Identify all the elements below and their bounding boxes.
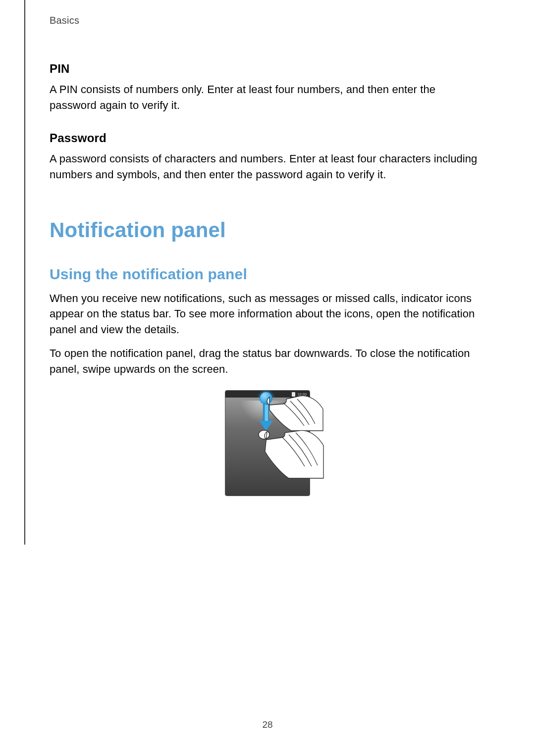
figure-notification-drag: 10:00 xyxy=(50,390,485,498)
heading-notification-panel: Notification panel xyxy=(50,218,485,242)
notification-p2: To open the notification panel, drag the… xyxy=(50,346,485,377)
page-margin-rule xyxy=(24,0,25,545)
notification-p1: When you receive new notifications, such… xyxy=(50,291,485,338)
heading-password: Password xyxy=(50,131,485,145)
page-content: Basics PIN A PIN consists of numbers onl… xyxy=(50,15,485,498)
password-body: A password consists of characters and nu… xyxy=(50,151,485,183)
section-header: Basics xyxy=(50,15,485,26)
heading-pin: PIN xyxy=(50,62,485,76)
pin-body: A PIN consists of numbers only. Enter at… xyxy=(50,82,485,113)
svg-point-0 xyxy=(259,430,269,439)
heading-using-notification-panel: Using the notification panel xyxy=(50,266,485,283)
page-number: 28 xyxy=(0,719,535,730)
device-illustration: 10:00 xyxy=(225,390,310,496)
